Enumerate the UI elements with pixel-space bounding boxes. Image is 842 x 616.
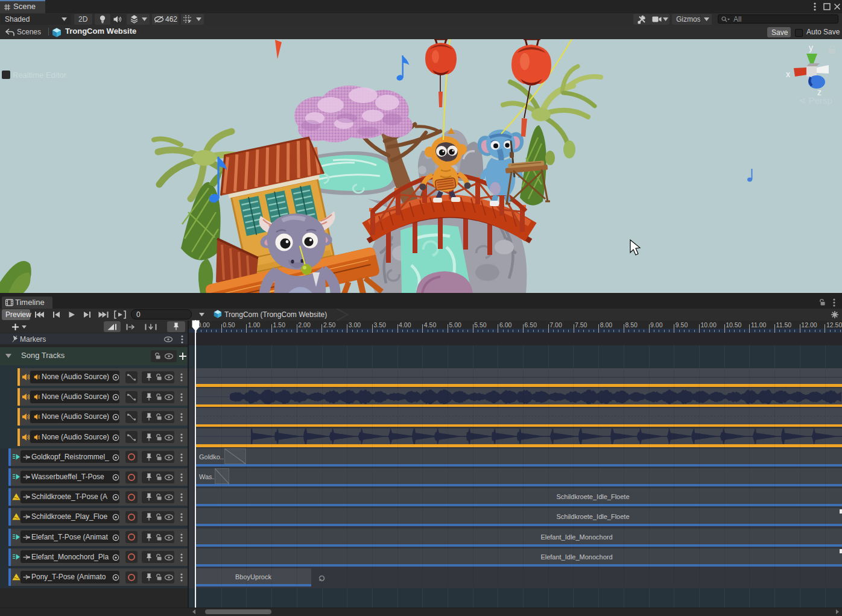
svg-text:0.50: 0.50 xyxy=(223,321,235,328)
svg-text:8.00: 8.00 xyxy=(600,321,613,328)
svg-text:11.50: 11.50 xyxy=(776,321,792,328)
svg-text:9.50: 9.50 xyxy=(676,321,688,328)
svg-text:6.50: 6.50 xyxy=(525,321,537,328)
svg-text:1.50: 1.50 xyxy=(273,321,286,328)
svg-text:7.50: 7.50 xyxy=(575,321,587,328)
svg-text:4.50: 4.50 xyxy=(424,321,437,328)
svg-text:9.00: 9.00 xyxy=(650,321,663,328)
svg-text:2.00: 2.00 xyxy=(298,321,311,328)
svg-text:3.50: 3.50 xyxy=(373,321,386,328)
svg-text:10.50: 10.50 xyxy=(726,321,741,328)
svg-text:2.50: 2.50 xyxy=(323,321,336,328)
svg-text:1.00: 1.00 xyxy=(248,321,261,328)
svg-text:7.00: 7.00 xyxy=(549,321,562,328)
svg-text:6.00: 6.00 xyxy=(499,321,512,328)
svg-text:8.50: 8.50 xyxy=(625,321,638,328)
svg-text:4.00: 4.00 xyxy=(399,321,411,328)
svg-text:12.50: 12.50 xyxy=(826,321,842,328)
svg-text:10.00: 10.00 xyxy=(701,321,717,328)
svg-text:12.00: 12.00 xyxy=(801,321,817,328)
svg-text:11.00: 11.00 xyxy=(751,321,767,328)
svg-text:5.00: 5.00 xyxy=(449,321,462,328)
svg-text:3.00: 3.00 xyxy=(349,321,361,328)
svg-text:5.50: 5.50 xyxy=(474,321,487,328)
